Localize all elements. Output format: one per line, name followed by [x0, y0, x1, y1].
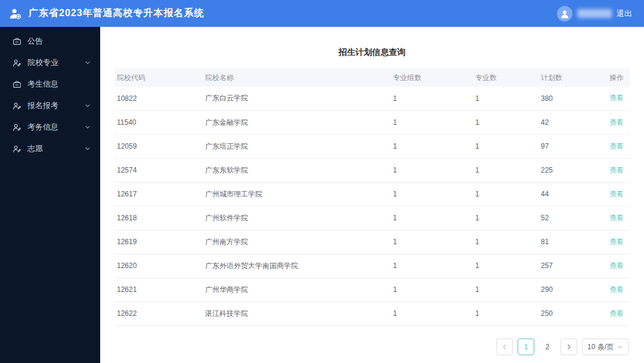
view-link[interactable]: 查看 [609, 262, 624, 270]
chevron-left-icon [501, 344, 507, 350]
cell-college-code: 12621 [114, 278, 203, 302]
sidebar-item[interactable]: 公告 [0, 30, 100, 52]
user-edit-icon [12, 58, 21, 67]
username-redacted [577, 9, 612, 18]
view-link[interactable]: 查看 [609, 166, 624, 174]
page-size-label: 10 条/页 [587, 342, 614, 352]
cell-college-code: 12617 [114, 182, 203, 206]
chevron-down-icon [617, 344, 623, 350]
view-link[interactable]: 查看 [609, 238, 624, 246]
chevron-down-icon [85, 146, 91, 152]
cell-college-name: 广东外语外贸大学南国商学院 [203, 254, 391, 278]
col-header-plan: 计划数 [538, 69, 607, 87]
cell-group-count: 1 [391, 110, 473, 134]
cell-group-count: 1 [391, 302, 473, 325]
cell-plan-count: 225 [538, 158, 607, 182]
table-row: 10822 广东白云学院 1 1 380 查看 [114, 87, 630, 110]
col-header-code: 院校代码 [114, 69, 203, 87]
cell-college-name: 广州南方学院 [203, 230, 391, 254]
cell-college-code: 12619 [114, 230, 203, 254]
page-title: 招生计划信息查询 [100, 47, 644, 58]
cell-college-code: 11540 [114, 110, 203, 134]
cell-college-name: 湛江科技学院 [203, 302, 391, 325]
view-link[interactable]: 查看 [609, 190, 624, 198]
cell-college-code: 12059 [114, 134, 203, 158]
plan-table-wrap: 院校代码 院校名称 专业组数 专业数 计划数 操作 10822 广东白云学院 1… [114, 69, 630, 326]
cell-college-name: 广东白云学院 [203, 87, 391, 110]
cell-plan-count: 81 [538, 230, 607, 254]
col-header-name: 院校名称 [203, 69, 391, 87]
sidebar-item-label: 报名报考 [27, 100, 85, 111]
col-header-majors: 专业数 [473, 69, 538, 87]
main-content: 招生计划信息查询 院校代码 院校名称 专业组数 专业数 计划数 操作 [100, 27, 644, 363]
cell-college-name: 广州软件学院 [203, 206, 391, 230]
sidebar-item-label: 公告 [27, 36, 91, 47]
chevron-down-icon [85, 103, 91, 109]
page-size-select[interactable]: 10 条/页 [582, 339, 628, 355]
cell-group-count: 1 [391, 254, 473, 278]
view-link[interactable]: 查看 [609, 309, 624, 318]
col-header-groups: 专业组数 [391, 69, 473, 87]
view-link[interactable]: 查看 [609, 214, 624, 222]
sidebar-item[interactable]: 志愿 [0, 138, 100, 159]
prev-page-button[interactable] [496, 339, 513, 355]
page-button-1[interactable]: 1 [518, 339, 534, 355]
cell-group-count: 1 [391, 87, 473, 110]
briefcase-icon [12, 79, 21, 89]
cell-major-count: 1 [473, 302, 538, 325]
sidebar-item[interactable]: 院校专业 [0, 52, 100, 73]
chevron-right-icon [566, 344, 572, 350]
cell-major-count: 1 [473, 182, 538, 206]
cell-college-code: 10822 [114, 87, 203, 110]
cell-college-name: 广东培正学院 [203, 134, 391, 158]
sidebar-item[interactable]: 考务信息 [0, 116, 100, 138]
sidebar-item-label: 院校专业 [27, 57, 85, 68]
sidebar-item[interactable]: 报名报考 [0, 95, 100, 116]
cell-group-count: 1 [391, 206, 473, 230]
user-edit-icon [12, 101, 21, 110]
cell-group-count: 1 [391, 182, 473, 206]
col-header-action: 操作 [607, 69, 630, 87]
view-link[interactable]: 查看 [609, 94, 624, 102]
view-link[interactable]: 查看 [609, 118, 624, 127]
cell-college-code: 12622 [114, 302, 203, 325]
table-row: 12619 广州南方学院 1 1 81 查看 [114, 230, 630, 254]
chevron-down-icon [85, 124, 91, 130]
cell-group-count: 1 [391, 278, 473, 302]
cell-major-count: 1 [473, 110, 538, 134]
table-row: 11540 广东金融学院 1 1 42 查看 [114, 110, 630, 134]
cell-major-count: 1 [473, 158, 538, 182]
table-row: 12574 广东东软学院 1 1 225 查看 [114, 158, 630, 182]
next-page-button[interactable] [561, 339, 577, 355]
view-link[interactable]: 查看 [609, 142, 624, 150]
cell-major-count: 1 [473, 134, 538, 158]
sidebar: 公告 院校专业 [0, 27, 100, 363]
cell-plan-count: 290 [538, 278, 607, 302]
page-button-2[interactable]: 2 [539, 339, 556, 355]
user-edit-icon [12, 122, 21, 132]
sidebar-item-label: 考生信息 [27, 79, 91, 90]
cell-plan-count: 250 [538, 302, 607, 325]
cell-plan-count: 44 [538, 182, 607, 206]
cell-college-name: 广东东软学院 [203, 158, 391, 182]
table-row: 12059 广东培正学院 1 1 97 查看 [114, 134, 630, 158]
cell-college-code: 12574 [114, 158, 203, 182]
user-avatar[interactable] [557, 6, 572, 21]
app-header: 广东省2023年普通高校专升本报名系统 退出 [0, 0, 644, 27]
pagination: 1 2 10 条/页 [496, 339, 628, 355]
user-edit-icon [12, 144, 21, 153]
cell-plan-count: 97 [538, 134, 607, 158]
cell-college-code: 12620 [114, 254, 203, 278]
cell-college-name: 广州城市理工学院 [203, 182, 391, 206]
briefcase-icon [12, 36, 21, 46]
cell-major-count: 1 [473, 87, 538, 110]
sidebar-item[interactable]: 考生信息 [0, 73, 100, 95]
cell-college-code: 12618 [114, 206, 203, 230]
chevron-down-icon [85, 60, 91, 66]
cell-major-count: 1 [473, 206, 538, 230]
table-row: 12618 广州软件学院 1 1 52 查看 [114, 206, 630, 230]
table-row: 12620 广东外语外贸大学南国商学院 1 1 257 查看 [114, 254, 630, 278]
logout-button[interactable]: 退出 [617, 8, 632, 19]
view-link[interactable]: 查看 [609, 285, 624, 294]
system-title: 广东省2023年普通高校专升本报名系统 [29, 7, 205, 20]
